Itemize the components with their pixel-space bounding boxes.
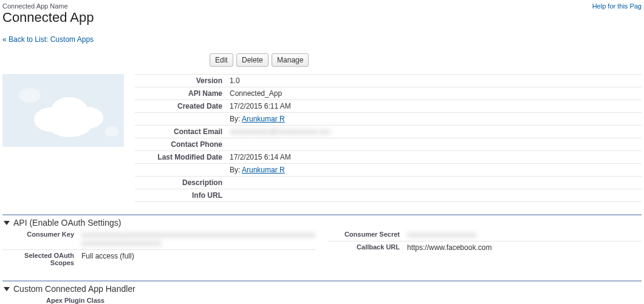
page-title: Connected App [2, 10, 94, 25]
handler-section-title: Custom Connected App Handler [13, 284, 135, 294]
consumer-key-label: Consumer Key [2, 231, 81, 238]
detail-table: Version 1.0 API Name Connected_App Creat… [135, 74, 642, 202]
created-by-row: By: Arunkumar R [226, 113, 642, 126]
manage-button[interactable]: Manage [272, 53, 309, 67]
version-label: Version [135, 75, 226, 87]
handler-section: Custom Connected App Handler Apex Plugin… [2, 280, 642, 304]
info-url-label: Info URL [135, 189, 226, 202]
contact-phone-value [226, 138, 642, 151]
consumer-key-value: xxxxxxxxxxxxxxxxxxxxxxxxxxxxxxxxxxxxxxxx… [81, 231, 315, 248]
handler-section-header[interactable]: Custom Connected App Handler [2, 282, 642, 295]
contact-email-label: Contact Email [135, 126, 226, 138]
created-date-value: 17/2/2015 6:11 AM [226, 100, 642, 113]
triangle-down-icon [4, 221, 10, 225]
contact-phone-label: Contact Phone [135, 138, 226, 151]
api-section-header[interactable]: API (Enable OAuth Settings) [2, 215, 642, 229]
callback-url-label: Callback URL [328, 243, 407, 251]
api-section: API (Enable OAuth Settings) Consumer Key… [2, 214, 642, 268]
svg-point-4 [46, 110, 92, 137]
modified-by-row: By: Arunkumar R [226, 164, 642, 177]
oauth-scopes-value: Full access (full) [81, 252, 316, 260]
contact-email-value: xxxxxxxxxxx@xxxxxxxxxxx.xxx [230, 127, 331, 136]
info-url-value [226, 189, 642, 202]
modified-by-user-link[interactable]: Arunkumar R [242, 166, 285, 174]
consumer-secret-value: xxxxxxxxxxxxxxxxxxx [407, 231, 476, 239]
description-label: Description [135, 177, 226, 189]
consumer-secret-label: Consumer Secret [328, 231, 407, 238]
created-date-label: Created Date [135, 100, 226, 113]
last-modified-value: 17/2/2015 6:14 AM [226, 151, 642, 164]
apex-plugin-label: Apex Plugin Class [2, 297, 112, 304]
edit-button[interactable]: Edit [210, 53, 233, 67]
triangle-down-icon [4, 287, 10, 291]
action-buttons: Edit Delete Manage [209, 53, 294, 67]
api-name-value: Connected_App [226, 87, 642, 100]
callback-url-value: https://www.facebook.com [407, 243, 642, 252]
oauth-scopes-label: Selected OAuth Scopes [2, 252, 81, 266]
svg-point-5 [104, 127, 119, 137]
description-value [226, 177, 642, 189]
delete-button[interactable]: Delete [236, 53, 269, 67]
last-modified-label: Last Modified Date [135, 151, 226, 164]
version-value: 1.0 [226, 75, 642, 87]
created-by-user-link[interactable]: Arunkumar R [242, 115, 285, 123]
page-header-label: Connected App Name [2, 2, 94, 10]
svg-point-0 [19, 88, 41, 103]
api-section-title: API (Enable OAuth Settings) [13, 218, 121, 228]
back-to-list-link[interactable]: « Back to List: Custom Apps [2, 35, 94, 44]
api-name-label: API Name [135, 87, 226, 100]
help-link[interactable]: Help for this Pag [592, 2, 642, 10]
app-logo-placeholder [2, 74, 124, 147]
